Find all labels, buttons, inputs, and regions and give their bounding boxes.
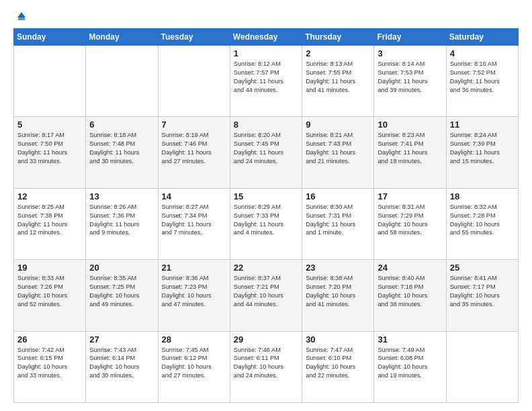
weekday-tuesday: Tuesday xyxy=(158,29,230,46)
day-info: Sunrise: 8:36 AMSunset: 7:23 PMDaylight:… xyxy=(162,274,226,309)
day-cell: 16Sunrise: 8:30 AMSunset: 7:31 PMDayligh… xyxy=(302,188,374,259)
day-info: Sunrise: 8:21 AMSunset: 7:43 PMDaylight:… xyxy=(306,131,370,166)
day-cell: 19Sunrise: 8:33 AMSunset: 7:26 PMDayligh… xyxy=(14,260,86,331)
day-info: Sunrise: 8:24 AMSunset: 7:39 PMDaylight:… xyxy=(450,131,515,166)
day-cell: 17Sunrise: 8:31 AMSunset: 7:29 PMDayligh… xyxy=(374,188,446,259)
day-info: Sunrise: 8:16 AMSunset: 7:52 PMDaylight:… xyxy=(450,60,515,95)
day-info: Sunrise: 8:13 AMSunset: 7:55 PMDaylight:… xyxy=(306,60,370,95)
weekday-monday: Monday xyxy=(86,29,158,46)
day-number: 6 xyxy=(89,120,154,130)
day-cell xyxy=(86,46,158,117)
day-cell: 9Sunrise: 8:21 AMSunset: 7:43 PMDaylight… xyxy=(302,117,374,188)
day-info: Sunrise: 8:31 AMSunset: 7:29 PMDaylight:… xyxy=(378,203,442,238)
page: SundayMondayTuesdayWednesdayThursdayFrid… xyxy=(0,0,532,411)
day-number: 24 xyxy=(378,263,442,273)
day-number: 17 xyxy=(378,191,442,201)
day-cell: 26Sunrise: 7:42 AMSunset: 6:15 PMDayligh… xyxy=(14,331,86,402)
day-info: Sunrise: 8:32 AMSunset: 7:28 PMDaylight:… xyxy=(450,203,515,238)
day-number: 13 xyxy=(89,191,154,201)
day-info: Sunrise: 8:19 AMSunset: 7:46 PMDaylight:… xyxy=(162,131,226,166)
day-info: Sunrise: 7:49 AMSunset: 6:08 PMDaylight:… xyxy=(378,346,442,381)
day-info: Sunrise: 8:29 AMSunset: 7:33 PMDaylight:… xyxy=(234,203,298,238)
day-cell: 27Sunrise: 7:43 AMSunset: 6:14 PMDayligh… xyxy=(86,331,158,402)
day-number: 31 xyxy=(378,334,442,345)
week-row-1: 1Sunrise: 8:12 AMSunset: 7:57 PMDaylight… xyxy=(14,46,519,117)
day-cell: 21Sunrise: 8:36 AMSunset: 7:23 PMDayligh… xyxy=(158,260,230,331)
day-number: 28 xyxy=(162,334,226,345)
day-cell: 14Sunrise: 8:27 AMSunset: 7:34 PMDayligh… xyxy=(158,188,230,259)
day-cell: 2Sunrise: 8:13 AMSunset: 7:55 PMDaylight… xyxy=(302,46,374,117)
day-info: Sunrise: 8:23 AMSunset: 7:41 PMDaylight:… xyxy=(378,131,442,166)
day-info: Sunrise: 8:25 AMSunset: 7:38 PMDaylight:… xyxy=(17,203,82,238)
day-cell xyxy=(158,46,230,117)
day-info: Sunrise: 7:46 AMSunset: 6:11 PMDaylight:… xyxy=(234,346,298,381)
day-cell: 7Sunrise: 8:19 AMSunset: 7:46 PMDaylight… xyxy=(158,117,230,188)
day-info: Sunrise: 8:20 AMSunset: 7:45 PMDaylight:… xyxy=(234,131,298,166)
day-cell: 8Sunrise: 8:20 AMSunset: 7:45 PMDaylight… xyxy=(230,117,302,188)
day-number: 14 xyxy=(162,191,226,201)
day-cell: 29Sunrise: 7:46 AMSunset: 6:11 PMDayligh… xyxy=(230,331,302,402)
day-cell: 13Sunrise: 8:26 AMSunset: 7:36 PMDayligh… xyxy=(86,188,158,259)
day-info: Sunrise: 8:37 AMSunset: 7:21 PMDaylight:… xyxy=(234,274,298,309)
day-cell: 4Sunrise: 8:16 AMSunset: 7:52 PMDaylight… xyxy=(446,46,518,117)
day-cell: 31Sunrise: 7:49 AMSunset: 6:08 PMDayligh… xyxy=(374,331,446,402)
day-info: Sunrise: 7:45 AMSunset: 6:12 PMDaylight:… xyxy=(162,346,226,381)
day-number: 23 xyxy=(306,263,370,273)
day-number: 19 xyxy=(17,263,82,273)
day-cell xyxy=(14,46,86,117)
day-number: 9 xyxy=(306,120,370,130)
day-info: Sunrise: 8:17 AMSunset: 7:50 PMDaylight:… xyxy=(17,131,82,166)
weekday-saturday: Saturday xyxy=(446,29,518,46)
day-info: Sunrise: 8:38 AMSunset: 7:20 PMDaylight:… xyxy=(306,274,370,309)
day-cell: 11Sunrise: 8:24 AMSunset: 7:39 PMDayligh… xyxy=(446,117,518,188)
day-cell: 30Sunrise: 7:47 AMSunset: 6:10 PMDayligh… xyxy=(302,331,374,402)
logo-icon xyxy=(16,11,27,21)
day-number: 2 xyxy=(306,48,370,58)
day-number: 10 xyxy=(378,120,442,130)
day-cell: 6Sunrise: 8:18 AMSunset: 7:48 PMDaylight… xyxy=(86,117,158,188)
day-info: Sunrise: 8:30 AMSunset: 7:31 PMDaylight:… xyxy=(306,203,370,238)
day-info: Sunrise: 8:14 AMSunset: 7:53 PMDaylight:… xyxy=(378,60,442,95)
day-info: Sunrise: 8:27 AMSunset: 7:34 PMDaylight:… xyxy=(162,203,226,238)
day-number: 11 xyxy=(450,120,515,130)
day-info: Sunrise: 7:47 AMSunset: 6:10 PMDaylight:… xyxy=(306,346,370,381)
day-number: 15 xyxy=(234,191,298,201)
day-cell: 24Sunrise: 8:40 AMSunset: 7:18 PMDayligh… xyxy=(374,260,446,331)
weekday-sunday: Sunday xyxy=(14,29,86,46)
day-number: 8 xyxy=(234,120,298,130)
day-cell: 20Sunrise: 8:35 AMSunset: 7:25 PMDayligh… xyxy=(86,260,158,331)
header xyxy=(13,11,519,21)
calendar: SundayMondayTuesdayWednesdayThursdayFrid… xyxy=(13,28,519,403)
day-number: 7 xyxy=(162,120,226,130)
day-number: 18 xyxy=(450,191,515,201)
day-cell: 22Sunrise: 8:37 AMSunset: 7:21 PMDayligh… xyxy=(230,260,302,331)
day-number: 16 xyxy=(306,191,370,201)
weekday-thursday: Thursday xyxy=(302,29,374,46)
day-info: Sunrise: 7:42 AMSunset: 6:15 PMDaylight:… xyxy=(17,346,82,381)
day-cell: 25Sunrise: 8:41 AMSunset: 7:17 PMDayligh… xyxy=(446,260,518,331)
day-info: Sunrise: 8:40 AMSunset: 7:18 PMDaylight:… xyxy=(378,274,442,309)
day-cell: 12Sunrise: 8:25 AMSunset: 7:38 PMDayligh… xyxy=(14,188,86,259)
day-number: 22 xyxy=(234,263,298,273)
week-row-2: 5Sunrise: 8:17 AMSunset: 7:50 PMDaylight… xyxy=(14,117,519,188)
week-row-3: 12Sunrise: 8:25 AMSunset: 7:38 PMDayligh… xyxy=(14,188,519,259)
day-number: 20 xyxy=(89,263,154,273)
day-number: 12 xyxy=(17,191,82,201)
day-number: 21 xyxy=(162,263,226,273)
week-row-5: 26Sunrise: 7:42 AMSunset: 6:15 PMDayligh… xyxy=(14,331,519,402)
day-cell: 28Sunrise: 7:45 AMSunset: 6:12 PMDayligh… xyxy=(158,331,230,402)
day-cell: 15Sunrise: 8:29 AMSunset: 7:33 PMDayligh… xyxy=(230,188,302,259)
day-cell: 18Sunrise: 8:32 AMSunset: 7:28 PMDayligh… xyxy=(446,188,518,259)
day-info: Sunrise: 8:35 AMSunset: 7:25 PMDaylight:… xyxy=(89,274,154,309)
day-cell: 5Sunrise: 8:17 AMSunset: 7:50 PMDaylight… xyxy=(14,117,86,188)
weekday-header-row: SundayMondayTuesdayWednesdayThursdayFrid… xyxy=(14,29,519,46)
day-number: 26 xyxy=(17,334,82,345)
day-info: Sunrise: 8:12 AMSunset: 7:57 PMDaylight:… xyxy=(234,60,298,95)
day-cell: 23Sunrise: 8:38 AMSunset: 7:20 PMDayligh… xyxy=(302,260,374,331)
day-info: Sunrise: 8:26 AMSunset: 7:36 PMDaylight:… xyxy=(89,203,154,238)
day-info: Sunrise: 7:43 AMSunset: 6:14 PMDaylight:… xyxy=(89,346,154,381)
day-number: 30 xyxy=(306,334,370,345)
weekday-wednesday: Wednesday xyxy=(230,29,302,46)
day-info: Sunrise: 8:18 AMSunset: 7:48 PMDaylight:… xyxy=(89,131,154,166)
day-cell: 1Sunrise: 8:12 AMSunset: 7:57 PMDaylight… xyxy=(230,46,302,117)
